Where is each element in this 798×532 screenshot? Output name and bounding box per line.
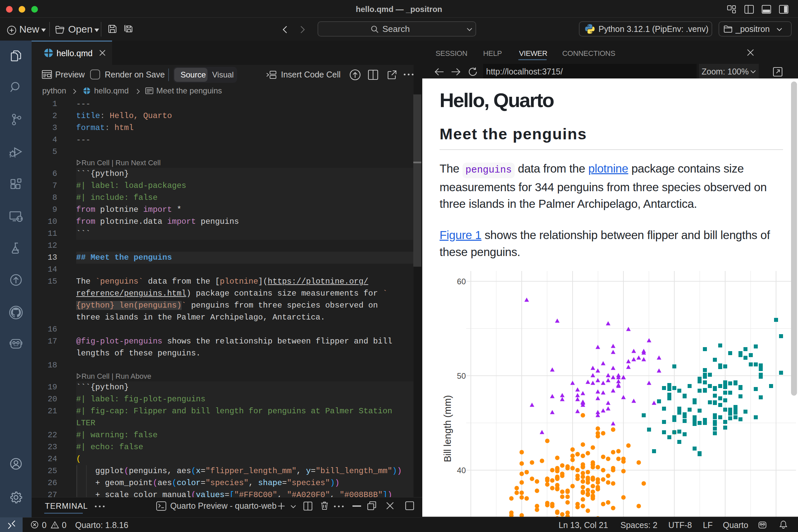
svg-text:Bill length (mm): Bill length (mm) bbox=[442, 395, 453, 462]
svg-text:60: 60 bbox=[457, 277, 466, 286]
svg-text:40: 40 bbox=[457, 466, 466, 475]
svg-text:50: 50 bbox=[457, 372, 466, 380]
